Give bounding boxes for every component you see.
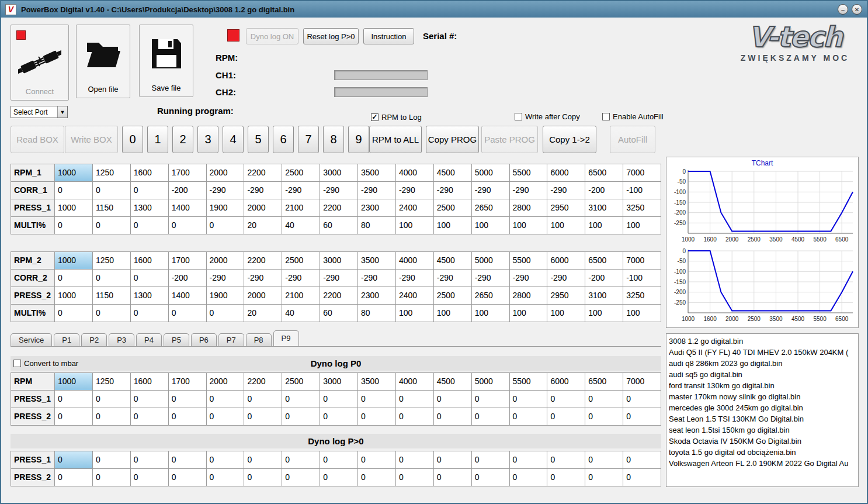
table-cell[interactable]: 2500 xyxy=(282,164,320,182)
table-cell[interactable]: 0 xyxy=(472,451,510,469)
table-cell[interactable]: 5000 xyxy=(472,373,510,391)
table-cell[interactable]: 0 xyxy=(472,408,510,426)
table-cell[interactable]: 0 xyxy=(585,469,623,486)
table-cell[interactable]: 7000 xyxy=(623,164,661,182)
instruction-button[interactable]: Instruction xyxy=(363,28,414,44)
table-cell[interactable]: 2200 xyxy=(244,164,282,182)
table-cell[interactable]: 0 xyxy=(434,408,472,426)
file-list-item[interactable]: Audi Q5 II (FY FL) 40 TDI MHEV 2.0 150kW… xyxy=(669,347,856,358)
table-cell[interactable]: -290 xyxy=(510,270,548,287)
table-cell[interactable]: 1250 xyxy=(93,252,131,270)
table-cell[interactable]: 7000 xyxy=(623,252,661,270)
close-button[interactable]: ✕ xyxy=(852,4,862,15)
table-cell[interactable]: 1900 xyxy=(207,199,245,217)
checkbox-box[interactable] xyxy=(13,360,21,367)
table-cell[interactable]: -290 xyxy=(547,182,585,199)
table-cell[interactable]: 0 xyxy=(244,408,282,426)
table-cell[interactable]: -290 xyxy=(396,270,434,287)
open-file-button[interactable]: Open file xyxy=(76,25,130,98)
table-cell[interactable]: 1600 xyxy=(131,164,169,182)
table-cell[interactable]: 2200 xyxy=(320,287,358,305)
table-cell[interactable]: 1700 xyxy=(169,373,207,391)
table-cell[interactable]: 2000 xyxy=(244,199,282,217)
table-cell[interactable]: 0 xyxy=(55,391,93,408)
table-cell[interactable]: 3500 xyxy=(358,164,396,182)
table-cell[interactable]: 0 xyxy=(547,451,585,469)
table-cell[interactable]: 0 xyxy=(623,469,661,486)
table-cell[interactable]: 0 xyxy=(623,451,661,469)
table-cell[interactable]: 0 xyxy=(472,391,510,408)
table-cell[interactable]: 100 xyxy=(547,305,585,322)
table-cell[interactable]: 100 xyxy=(434,305,472,322)
table-cell[interactable]: 2650 xyxy=(472,287,510,305)
table-cell[interactable]: 3100 xyxy=(585,287,623,305)
file-list-item[interactable]: Volkswagen Arteon FL 2.0 190KM 2022 Go D… xyxy=(669,458,856,469)
table-cell[interactable]: 0 xyxy=(55,182,93,199)
table-cell[interactable]: 0 xyxy=(55,451,93,469)
table-cell[interactable]: 1250 xyxy=(93,373,131,391)
table-cell[interactable]: 1700 xyxy=(169,164,207,182)
table-cell[interactable]: 4500 xyxy=(434,164,472,182)
tab-p8[interactable]: P8 xyxy=(246,333,272,346)
table-cell[interactable]: 100 xyxy=(510,305,548,322)
table-cell[interactable]: 0 xyxy=(131,217,169,234)
table-cell[interactable]: 0 xyxy=(396,408,434,426)
tab-p3[interactable]: P3 xyxy=(109,333,134,346)
table-cell[interactable]: 1700 xyxy=(169,252,207,270)
table-cell[interactable]: 80 xyxy=(358,217,396,234)
table-cell[interactable]: -200 xyxy=(169,270,207,287)
table-cell[interactable]: -290 xyxy=(434,182,472,199)
table-cell[interactable]: 0 xyxy=(169,408,207,426)
table-cell[interactable]: 1300 xyxy=(131,287,169,305)
digit-button-2[interactable]: 2 xyxy=(172,126,193,153)
checkbox-box[interactable]: ✓ xyxy=(371,113,379,121)
tab-p5[interactable]: P5 xyxy=(164,333,189,346)
table-cell[interactable]: 100 xyxy=(510,217,548,234)
enable-autofill-checkbox[interactable]: Enable AutoFill xyxy=(602,112,664,121)
file-list-item[interactable]: audi q8 286km 2023 go digital.bin xyxy=(669,358,856,369)
table-cell[interactable]: 1600 xyxy=(131,373,169,391)
table-cell[interactable]: 100 xyxy=(585,305,623,322)
table-cell[interactable]: 0 xyxy=(207,217,245,234)
table-cell[interactable]: 0 xyxy=(207,408,245,426)
table-cell[interactable]: -200 xyxy=(585,182,623,199)
table-cell[interactable]: 3100 xyxy=(585,199,623,217)
table-cell[interactable]: -290 xyxy=(282,270,320,287)
tab-p9[interactable]: P9 xyxy=(273,330,299,346)
table-cell[interactable]: 2800 xyxy=(510,287,548,305)
table-cell[interactable]: 0 xyxy=(510,451,548,469)
table-cell[interactable]: 0 xyxy=(131,270,169,287)
table-cell[interactable]: 5000 xyxy=(472,164,510,182)
table-cell[interactable]: 1900 xyxy=(207,287,245,305)
digit-button-6[interactable]: 6 xyxy=(273,126,294,153)
table-cell[interactable]: 0 xyxy=(623,391,661,408)
table-cell[interactable]: 0 xyxy=(93,182,131,199)
table-cell[interactable]: -290 xyxy=(207,182,245,199)
table-cell[interactable]: 0 xyxy=(244,391,282,408)
table-cell[interactable]: 100 xyxy=(396,217,434,234)
dropdown-arrow-button[interactable]: ▼ xyxy=(57,106,67,118)
table-cell[interactable]: 100 xyxy=(434,217,472,234)
table-cell[interactable]: 2400 xyxy=(396,287,434,305)
digit-button-8[interactable]: 8 xyxy=(323,126,344,153)
table-cell[interactable]: 0 xyxy=(93,391,131,408)
table-cell[interactable]: 1600 xyxy=(131,252,169,270)
table-cell[interactable]: 100 xyxy=(585,217,623,234)
checkbox-box[interactable] xyxy=(602,113,610,120)
table-cell[interactable]: 0 xyxy=(547,469,585,486)
table-cell[interactable]: 100 xyxy=(623,305,661,322)
table-cell[interactable]: 0 xyxy=(434,469,472,486)
table-cell[interactable]: 0 xyxy=(547,391,585,408)
table-cell[interactable]: 2300 xyxy=(358,287,396,305)
table-cell[interactable]: 4000 xyxy=(396,252,434,270)
table-cell[interactable]: 0 xyxy=(510,391,548,408)
table-cell[interactable]: 0 xyxy=(131,451,169,469)
table-cell[interactable]: 3000 xyxy=(320,252,358,270)
table-cell[interactable]: 2300 xyxy=(358,199,396,217)
table-cell[interactable]: 1150 xyxy=(93,199,131,217)
table-cell[interactable]: 2800 xyxy=(510,199,548,217)
table-cell[interactable]: 0 xyxy=(358,469,396,486)
table-cell[interactable]: 2000 xyxy=(207,252,245,270)
tab-service[interactable]: Service xyxy=(11,333,52,346)
table-cell[interactable]: 20 xyxy=(244,217,282,234)
